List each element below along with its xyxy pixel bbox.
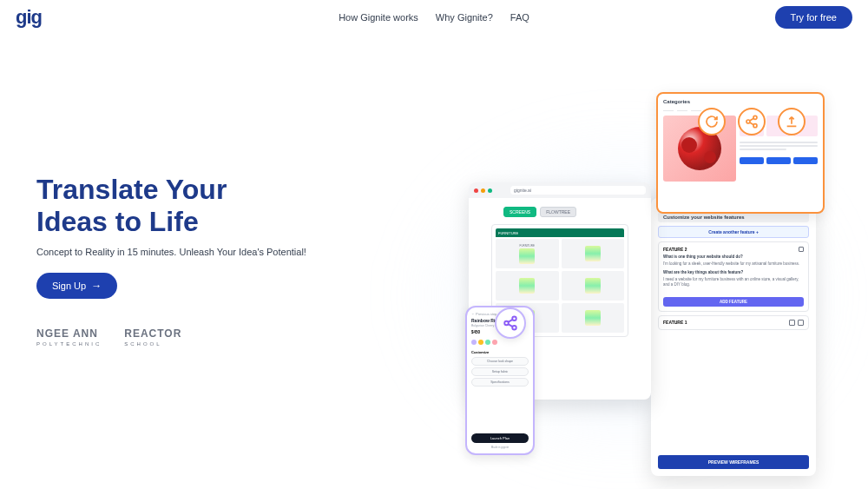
feature-panel: gig WIREFRAME Customize your website fea… [651, 198, 816, 476]
nav-faq[interactable]: FAQ [510, 12, 529, 23]
svg-point-4 [504, 321, 509, 326]
product-card [562, 303, 625, 333]
feature-a2: I need a website for my furniture busine… [663, 277, 804, 287]
swatch-icon[interactable] [485, 340, 490, 345]
launch-plan-button[interactable]: Launch Plan [471, 433, 529, 443]
hero: Translate YourIdeas to Life Concept to R… [36, 174, 332, 299]
swatch-icon[interactable] [471, 340, 477, 345]
feature-2-block: FEATURE 2 What is one thing your website… [658, 241, 809, 312]
maximize-dot-icon [488, 188, 492, 193]
svg-point-5 [512, 326, 516, 330]
minimize-dot-icon [481, 188, 485, 193]
trash-icon[interactable] [799, 247, 804, 252]
thumb-button [766, 157, 791, 164]
try-free-button[interactable]: Try for free [775, 6, 852, 29]
svg-point-3 [512, 317, 516, 321]
share-icon[interactable] [738, 108, 766, 135]
url-bar: gignite.ai [510, 186, 646, 195]
swatch-icon[interactable] [492, 340, 497, 345]
product-card [496, 271, 559, 301]
tab-flowtree[interactable]: FLOWTREE [540, 207, 576, 217]
svg-point-1 [746, 120, 750, 123]
partner-logos: NGEE ANN POLYTECHNIC REACTOR SCHOOL [36, 328, 181, 348]
refresh-icon[interactable] [698, 108, 726, 135]
svg-point-2 [753, 124, 757, 128]
thumb-button [793, 157, 818, 164]
product-card [562, 239, 625, 268]
color-swatches [471, 340, 529, 345]
nav: How Gignite works Why Gignite? FAQ [339, 12, 529, 23]
swatch-icon[interactable] [478, 340, 483, 345]
option-specs[interactable]: Specifications [471, 378, 529, 387]
close-dot-icon [474, 188, 478, 193]
option-shape[interactable]: Choose look shape [471, 357, 529, 366]
copy-icon[interactable] [789, 320, 795, 326]
hero-illustration: gig WIREFRAME Customize your website fea… [434, 87, 851, 469]
editor-tabs: SCREENS FLOWTREE [503, 207, 646, 217]
add-feature-button[interactable]: ADD FEATURE [663, 297, 804, 307]
edit-icon[interactable] [798, 320, 804, 326]
product-card: FURNITURE [496, 239, 559, 268]
partner-reactor: REACTOR SCHOOL [124, 328, 181, 348]
action-icons [698, 108, 806, 135]
browser-titlebar: gignite.ai [469, 182, 651, 198]
upload-icon[interactable] [778, 108, 806, 135]
header: gig How Gignite works Why Gignite? FAQ T… [0, 0, 868, 35]
hero-subtitle: Concept to Reality in 15 minutes. Unleas… [36, 247, 332, 257]
share-bubble-icon[interactable] [495, 307, 526, 339]
customize-label: Customize [471, 350, 529, 354]
nav-how-it-works[interactable]: How Gignite works [339, 12, 418, 23]
signup-button[interactable]: Sign Up → [36, 273, 117, 299]
logo[interactable]: gig [16, 6, 42, 29]
product-card [562, 271, 625, 301]
mini-banner: FURNITURE [496, 228, 624, 237]
feature-a1: I'm looking for a sleek, user-friendly w… [663, 261, 804, 267]
thumb-button [740, 157, 764, 164]
preview-wireframes-button[interactable]: PREVIEW WIREFRAMES [658, 455, 809, 469]
hero-title: Translate YourIdeas to Life [36, 174, 332, 238]
product-price: $450 [471, 330, 480, 334]
feature-2-label: FEATURE 2 [663, 247, 687, 252]
svg-point-0 [753, 116, 757, 119]
feature-q1: What is one thing your website should do… [663, 254, 804, 259]
tab-screens[interactable]: SCREENS [503, 207, 536, 217]
option-fabric[interactable]: Setup fabric [471, 367, 529, 376]
nav-why-gignite[interactable]: Why Gignite? [436, 12, 493, 23]
arrow-right-icon: → [91, 280, 102, 292]
partner-ngee-ann: NGEE ANN POLYTECHNIC [36, 328, 102, 348]
phone-footer: Made in gignite [471, 446, 529, 449]
feature-q2: What are the key things about this featu… [663, 270, 804, 274]
categories-title: Categories [663, 99, 818, 104]
feature-1-row[interactable]: FEATURE 1 [658, 315, 809, 330]
create-feature-button[interactable]: Create another feature + [658, 226, 809, 238]
